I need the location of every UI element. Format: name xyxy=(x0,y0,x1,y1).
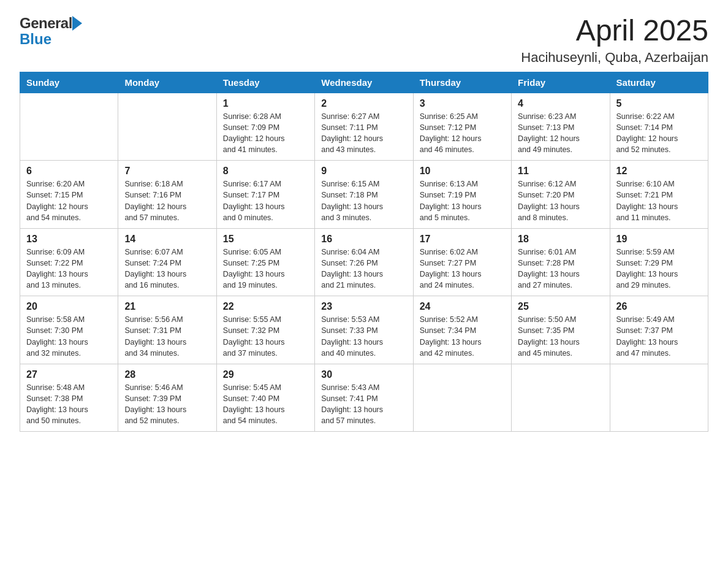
calendar-cell: 6Sunrise: 6:20 AM Sunset: 7:15 PM Daylig… xyxy=(20,161,118,229)
week-row-3: 13Sunrise: 6:09 AM Sunset: 7:22 PM Dayli… xyxy=(20,228,708,296)
column-header-monday: Monday xyxy=(118,72,216,93)
day-number: 17 xyxy=(420,234,505,245)
week-row-1: 1Sunrise: 6:28 AM Sunset: 7:09 PM Daylig… xyxy=(20,93,708,161)
day-info: Sunrise: 6:27 AM Sunset: 7:11 PM Dayligh… xyxy=(321,111,406,156)
day-info: Sunrise: 5:53 AM Sunset: 7:33 PM Dayligh… xyxy=(321,314,406,359)
day-info: Sunrise: 6:12 AM Sunset: 7:20 PM Dayligh… xyxy=(518,178,603,223)
calendar-cell: 11Sunrise: 6:12 AM Sunset: 7:20 PM Dayli… xyxy=(512,161,610,229)
day-info: Sunrise: 5:56 AM Sunset: 7:31 PM Dayligh… xyxy=(124,314,210,359)
logo-general-text: General xyxy=(20,15,72,32)
day-info: Sunrise: 5:48 AM Sunset: 7:38 PM Dayligh… xyxy=(26,382,112,427)
column-header-tuesday: Tuesday xyxy=(216,72,314,93)
day-number: 11 xyxy=(518,166,603,177)
calendar-cell: 27Sunrise: 5:48 AM Sunset: 7:38 PM Dayli… xyxy=(20,364,118,432)
calendar-cell xyxy=(118,93,216,161)
day-info: Sunrise: 6:04 AM Sunset: 7:26 PM Dayligh… xyxy=(321,247,406,291)
calendar-cell: 4Sunrise: 6:23 AM Sunset: 7:13 PM Daylig… xyxy=(512,93,610,161)
logo-triangle-icon xyxy=(72,16,82,31)
day-number: 26 xyxy=(616,301,702,312)
calendar-cell: 18Sunrise: 6:01 AM Sunset: 7:28 PM Dayli… xyxy=(512,228,610,296)
day-info: Sunrise: 6:01 AM Sunset: 7:28 PM Dayligh… xyxy=(518,247,603,291)
title-block: April 2025 Hacihuseynli, Quba, Azerbaija… xyxy=(521,15,708,66)
day-number: 9 xyxy=(321,166,406,177)
calendar-cell: 2Sunrise: 6:27 AM Sunset: 7:11 PM Daylig… xyxy=(315,93,413,161)
calendar-cell xyxy=(413,364,511,432)
day-info: Sunrise: 5:45 AM Sunset: 7:40 PM Dayligh… xyxy=(223,382,308,427)
day-info: Sunrise: 6:18 AM Sunset: 7:16 PM Dayligh… xyxy=(124,178,210,223)
page-header: General Blue April 2025 Hacihuseynli, Qu… xyxy=(20,15,708,66)
calendar-cell: 25Sunrise: 5:50 AM Sunset: 7:35 PM Dayli… xyxy=(512,296,610,364)
logo-blue-text: Blue xyxy=(20,31,51,48)
calendar-cell: 14Sunrise: 6:07 AM Sunset: 7:24 PM Dayli… xyxy=(118,228,216,296)
day-number: 15 xyxy=(223,234,308,245)
calendar-cell: 24Sunrise: 5:52 AM Sunset: 7:34 PM Dayli… xyxy=(413,296,511,364)
day-info: Sunrise: 5:59 AM Sunset: 7:29 PM Dayligh… xyxy=(616,247,702,291)
day-number: 16 xyxy=(321,234,406,245)
day-number: 19 xyxy=(616,234,702,245)
calendar-cell: 30Sunrise: 5:43 AM Sunset: 7:41 PM Dayli… xyxy=(315,364,413,432)
calendar-cell: 22Sunrise: 5:55 AM Sunset: 7:32 PM Dayli… xyxy=(216,296,314,364)
day-info: Sunrise: 6:13 AM Sunset: 7:19 PM Dayligh… xyxy=(420,178,505,223)
day-info: Sunrise: 6:17 AM Sunset: 7:17 PM Dayligh… xyxy=(223,178,308,223)
calendar-table: SundayMondayTuesdayWednesdayThursdayFrid… xyxy=(20,72,708,432)
day-number: 7 xyxy=(124,166,210,177)
calendar-title: April 2025 xyxy=(521,15,708,47)
calendar-cell xyxy=(610,364,708,432)
day-info: Sunrise: 6:05 AM Sunset: 7:25 PM Dayligh… xyxy=(223,247,308,291)
week-row-4: 20Sunrise: 5:58 AM Sunset: 7:30 PM Dayli… xyxy=(20,296,708,364)
logo: General Blue xyxy=(20,15,82,48)
calendar-cell: 9Sunrise: 6:15 AM Sunset: 7:18 PM Daylig… xyxy=(315,161,413,229)
day-info: Sunrise: 6:22 AM Sunset: 7:14 PM Dayligh… xyxy=(616,111,702,156)
calendar-cell: 26Sunrise: 5:49 AM Sunset: 7:37 PM Dayli… xyxy=(610,296,708,364)
calendar-cell xyxy=(512,364,610,432)
day-info: Sunrise: 6:28 AM Sunset: 7:09 PM Dayligh… xyxy=(223,111,308,156)
day-number: 20 xyxy=(26,301,112,312)
week-row-2: 6Sunrise: 6:20 AM Sunset: 7:15 PM Daylig… xyxy=(20,161,708,229)
day-number: 24 xyxy=(420,301,505,312)
day-number: 30 xyxy=(321,369,406,380)
calendar-cell: 20Sunrise: 5:58 AM Sunset: 7:30 PM Dayli… xyxy=(20,296,118,364)
day-info: Sunrise: 5:58 AM Sunset: 7:30 PM Dayligh… xyxy=(26,314,112,359)
column-header-friday: Friday xyxy=(512,72,610,93)
column-header-wednesday: Wednesday xyxy=(315,72,413,93)
day-info: Sunrise: 6:25 AM Sunset: 7:12 PM Dayligh… xyxy=(420,111,505,156)
day-number: 6 xyxy=(26,166,112,177)
day-info: Sunrise: 6:10 AM Sunset: 7:21 PM Dayligh… xyxy=(616,178,702,223)
day-number: 13 xyxy=(26,234,112,245)
calendar-cell: 5Sunrise: 6:22 AM Sunset: 7:14 PM Daylig… xyxy=(610,93,708,161)
day-number: 12 xyxy=(616,166,702,177)
calendar-cell: 16Sunrise: 6:04 AM Sunset: 7:26 PM Dayli… xyxy=(315,228,413,296)
day-number: 29 xyxy=(223,369,308,380)
day-number: 28 xyxy=(124,369,210,380)
week-row-5: 27Sunrise: 5:48 AM Sunset: 7:38 PM Dayli… xyxy=(20,364,708,432)
column-header-saturday: Saturday xyxy=(610,72,708,93)
day-info: Sunrise: 5:49 AM Sunset: 7:37 PM Dayligh… xyxy=(616,314,702,359)
calendar-cell: 3Sunrise: 6:25 AM Sunset: 7:12 PM Daylig… xyxy=(413,93,511,161)
day-number: 25 xyxy=(518,301,603,312)
day-info: Sunrise: 5:55 AM Sunset: 7:32 PM Dayligh… xyxy=(223,314,308,359)
day-number: 4 xyxy=(518,98,603,109)
day-info: Sunrise: 6:20 AM Sunset: 7:15 PM Dayligh… xyxy=(26,178,112,223)
day-info: Sunrise: 5:50 AM Sunset: 7:35 PM Dayligh… xyxy=(518,314,603,359)
day-number: 1 xyxy=(223,98,308,109)
day-info: Sunrise: 6:09 AM Sunset: 7:22 PM Dayligh… xyxy=(26,247,112,291)
calendar-cell: 21Sunrise: 5:56 AM Sunset: 7:31 PM Dayli… xyxy=(118,296,216,364)
day-number: 3 xyxy=(420,98,505,109)
day-info: Sunrise: 6:07 AM Sunset: 7:24 PM Dayligh… xyxy=(124,247,210,291)
day-info: Sunrise: 6:23 AM Sunset: 7:13 PM Dayligh… xyxy=(518,111,603,156)
calendar-cell: 17Sunrise: 6:02 AM Sunset: 7:27 PM Dayli… xyxy=(413,228,511,296)
day-info: Sunrise: 5:52 AM Sunset: 7:34 PM Dayligh… xyxy=(420,314,505,359)
column-header-sunday: Sunday xyxy=(20,72,118,93)
calendar-cell: 13Sunrise: 6:09 AM Sunset: 7:22 PM Dayli… xyxy=(20,228,118,296)
calendar-cell: 23Sunrise: 5:53 AM Sunset: 7:33 PM Dayli… xyxy=(315,296,413,364)
calendar-cell: 15Sunrise: 6:05 AM Sunset: 7:25 PM Dayli… xyxy=(216,228,314,296)
day-number: 22 xyxy=(223,301,308,312)
calendar-subtitle: Hacihuseynli, Quba, Azerbaijan xyxy=(521,50,708,66)
day-info: Sunrise: 5:46 AM Sunset: 7:39 PM Dayligh… xyxy=(124,382,210,427)
day-number: 23 xyxy=(321,301,406,312)
calendar-cell: 28Sunrise: 5:46 AM Sunset: 7:39 PM Dayli… xyxy=(118,364,216,432)
calendar-cell: 12Sunrise: 6:10 AM Sunset: 7:21 PM Dayli… xyxy=(610,161,708,229)
calendar-cell xyxy=(20,93,118,161)
calendar-cell: 29Sunrise: 5:45 AM Sunset: 7:40 PM Dayli… xyxy=(216,364,314,432)
day-number: 5 xyxy=(616,98,702,109)
